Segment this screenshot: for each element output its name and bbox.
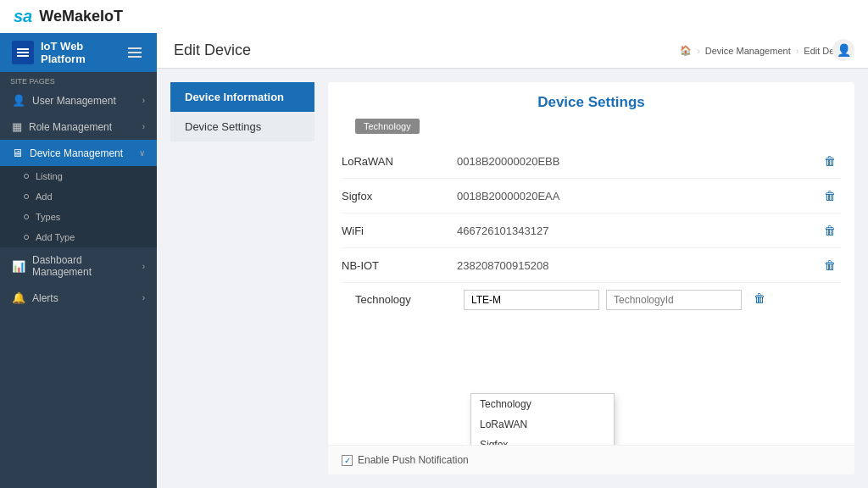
brand-title: WeMakeIoT bbox=[39, 8, 123, 25]
content-header: Edit Device 🏠 › Device Management › Edit… bbox=[157, 33, 868, 69]
home-icon: 🏠 bbox=[680, 45, 692, 56]
table-row: LoRaWAN 0018B20000020EBB 🗑 bbox=[342, 144, 841, 179]
page-title: Edit Device bbox=[174, 42, 251, 59]
dot-icon bbox=[24, 214, 29, 219]
main-layout: IoT Web Platform Site Pages 👤 User Manag… bbox=[0, 33, 868, 488]
push-notification-checkbox[interactable]: ✓ bbox=[342, 455, 353, 466]
sidebar-submenu: Listing Add Types Add Type bbox=[0, 166, 157, 247]
user-icon: 👤 bbox=[12, 94, 25, 107]
sidebar-item-alerts[interactable]: 🔔 Alerts › bbox=[0, 285, 157, 311]
delete-button[interactable]: 🗑 bbox=[748, 290, 771, 307]
device-icon: 🖥 bbox=[12, 147, 23, 159]
technology-id-input[interactable] bbox=[606, 290, 742, 310]
bottom-area: ✓ Enable Push Notification bbox=[328, 445, 854, 474]
row-label: NB-IOT bbox=[342, 259, 443, 272]
chevron-down-icon: ∨ bbox=[139, 148, 145, 158]
row-label: LoRaWAN bbox=[342, 155, 443, 168]
hamburger-button[interactable] bbox=[125, 44, 145, 61]
breadcrumb-separator: › bbox=[796, 46, 799, 56]
delete-button[interactable]: 🗑 bbox=[819, 222, 841, 239]
row-label: WiFi bbox=[342, 225, 443, 237]
technology-select-wrapper: Technology LoRaWAN Sigfox NB-IOT LTE-M W… bbox=[464, 290, 599, 310]
tab-device-information[interactable]: Device Information bbox=[170, 82, 314, 112]
row-value: 0018B20000020EBB bbox=[457, 155, 805, 168]
sidebar-platform-title: IoT Web Platform bbox=[41, 40, 125, 65]
panel-title: Device Settings bbox=[328, 82, 854, 118]
table-row: NB-IOT 238208700915208 🗑 bbox=[342, 248, 841, 283]
sidebar-item-device-management[interactable]: 🖥 Device Management ∨ bbox=[0, 140, 157, 166]
submenu-types[interactable]: Types bbox=[0, 207, 157, 227]
brand-bar: sa WeMakeIoT bbox=[0, 0, 868, 33]
chevron-icon: › bbox=[142, 96, 145, 105]
sidebar-item-dashboard-management[interactable]: 📊 Dashboard Management › bbox=[0, 247, 157, 285]
dropdown-option-technology[interactable]: Technology bbox=[471, 394, 614, 414]
breadcrumb-separator: › bbox=[697, 46, 700, 56]
dot-icon bbox=[24, 194, 29, 199]
chevron-icon: › bbox=[142, 293, 145, 302]
table-row: WiFi 466726101343127 🗑 bbox=[342, 214, 841, 248]
row-value: 238208700915208 bbox=[457, 259, 805, 272]
dot-icon bbox=[24, 235, 29, 240]
sidebar: IoT Web Platform Site Pages 👤 User Manag… bbox=[0, 33, 157, 488]
bell-icon: 🔔 bbox=[12, 291, 25, 304]
left-panel-tabs: Device Information Device Settings bbox=[170, 82, 314, 474]
add-row-label: Technology bbox=[355, 290, 457, 306]
technology-badge: Technology bbox=[355, 119, 420, 134]
push-notification-label: Enable Push Notification bbox=[358, 454, 469, 466]
dashboard-icon: 📊 bbox=[12, 260, 25, 273]
delete-button[interactable]: 🗑 bbox=[819, 257, 841, 274]
tab-device-settings[interactable]: Device Settings bbox=[170, 112, 314, 141]
delete-button[interactable]: 🗑 bbox=[819, 152, 841, 169]
content-body: Device Information Device Settings Devic… bbox=[157, 69, 868, 488]
role-icon: ▦ bbox=[12, 120, 22, 133]
row-label: Sigfox bbox=[342, 190, 443, 202]
brand-logo: sa bbox=[14, 7, 32, 26]
sidebar-section-label: Site Pages bbox=[0, 72, 157, 87]
submenu-listing[interactable]: Listing bbox=[0, 166, 157, 186]
user-avatar[interactable]: 👤 bbox=[832, 39, 854, 61]
breadcrumb: 🏠 › Device Management › Edit Device bbox=[680, 45, 851, 56]
submenu-add-type[interactable]: Add Type bbox=[0, 227, 157, 247]
dropdown-option-lorawan[interactable]: LoRaWAN bbox=[471, 414, 614, 435]
dot-icon bbox=[24, 174, 29, 179]
user-icon-area: 👤 bbox=[832, 39, 854, 61]
device-table: LoRaWAN 0018B20000020EBB 🗑 Sigfox 0018B2… bbox=[328, 144, 854, 445]
table-row: Sigfox 0018B20000020EAA 🗑 bbox=[342, 179, 841, 214]
dropdown-option-sigfox[interactable]: Sigfox bbox=[471, 435, 614, 445]
chevron-icon: › bbox=[142, 262, 145, 271]
content-area: Edit Device 🏠 › Device Management › Edit… bbox=[157, 33, 868, 488]
technology-select[interactable]: Technology LoRaWAN Sigfox NB-IOT LTE-M W… bbox=[464, 290, 599, 310]
row-value: 0018B20000020EAA bbox=[457, 190, 805, 202]
chevron-icon: › bbox=[142, 122, 145, 131]
add-technology-row: Technology Technology LoRaWAN Sigfox NB-… bbox=[355, 283, 841, 317]
row-value: 466726101343127 bbox=[457, 225, 805, 237]
breadcrumb-parent: Device Management bbox=[705, 46, 791, 56]
technology-dropdown: Technology LoRaWAN Sigfox NB-IOT LTE-M W… bbox=[470, 393, 615, 445]
delete-button[interactable]: 🗑 bbox=[819, 187, 841, 204]
sidebar-item-role-management[interactable]: ▦ Role Management › bbox=[0, 114, 157, 140]
sidebar-item-user-management[interactable]: 👤 User Management › bbox=[0, 87, 157, 114]
submenu-add[interactable]: Add bbox=[0, 186, 157, 207]
right-panel: Device Settings Technology LoRaWAN 0018B… bbox=[328, 82, 854, 474]
sidebar-header: IoT Web Platform bbox=[0, 33, 157, 72]
